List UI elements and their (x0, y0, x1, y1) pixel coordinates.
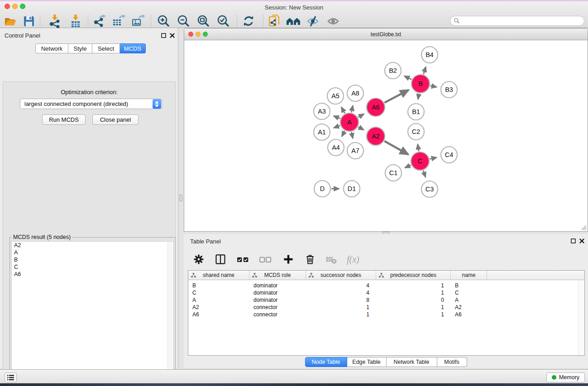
scrollbar-track[interactable] (167, 242, 173, 386)
graph-edge-A-A7[interactable] (351, 132, 353, 138)
tab-node-table[interactable]: Node Table (305, 357, 347, 367)
run-mcds-button[interactable]: Run MCDS (42, 114, 86, 125)
show-all-button[interactable] (325, 14, 341, 29)
tab-motifs[interactable]: Motifs (437, 357, 467, 367)
open-session-button[interactable] (3, 14, 18, 29)
task-history-button[interactable] (5, 372, 17, 382)
close-panel-icon[interactable] (170, 33, 175, 38)
graph-node-A4[interactable]: A4 (328, 139, 344, 156)
graph-node-A5[interactable]: A5 (327, 88, 344, 104)
graph-edge-B-B4[interactable] (424, 67, 426, 74)
graph-node-B[interactable]: B (411, 75, 430, 93)
graph-edge-C-C3[interactable] (423, 171, 425, 177)
graph-edge-A-A1[interactable] (334, 125, 340, 128)
select-all-icon[interactable] (236, 253, 250, 265)
graph-node-A3[interactable]: A3 (314, 103, 330, 119)
table-row[interactable]: A dominator 8 0 A (188, 296, 584, 304)
column-header-predecessor-nodes[interactable]: predecessor nodes (376, 271, 451, 280)
graph-node-B3[interactable]: B3 (441, 81, 457, 98)
graph-edge-A-A4[interactable] (342, 131, 344, 136)
network-graph[interactable]: B4B2BB3A8A5A6B1A3AA1C2A2A4A7C4CC1C3DD1 (184, 40, 588, 231)
graph-node-A[interactable]: A (340, 113, 359, 131)
column-header-name[interactable]: name (451, 271, 487, 280)
table-row[interactable]: A6 connector 1 1 A6 (188, 311, 584, 318)
list-item[interactable]: A6 (12, 271, 173, 278)
zoom-out-button[interactable] (176, 14, 191, 29)
memory-button[interactable]: Memory (546, 372, 585, 382)
optimization-criterion-select[interactable]: largest connected component (directed) (20, 99, 162, 109)
graph-edge-A6-B[interactable] (384, 90, 408, 103)
export-network-button[interactable] (91, 14, 107, 29)
graph-node-A1[interactable]: A1 (314, 124, 330, 140)
float-panel-icon[interactable] (571, 238, 576, 243)
tab-style[interactable]: Style (68, 43, 92, 53)
close-panel-icon[interactable] (579, 238, 584, 243)
graph-edge-A2-C[interactable] (384, 141, 408, 155)
column-selector-icon[interactable] (215, 253, 226, 265)
graph-edge-C-C4[interactable] (430, 157, 436, 159)
graph-node-D1[interactable]: D1 (344, 181, 360, 197)
table-row[interactable]: A2 connector 1 1 A2 (188, 304, 584, 311)
hide-selected-button[interactable] (305, 14, 320, 29)
scrollbar-track[interactable] (578, 280, 584, 355)
tab-network[interactable]: Network (35, 43, 68, 53)
tab-edge-table[interactable]: Edge Table (347, 357, 387, 367)
graph-node-C4[interactable]: C4 (441, 147, 457, 163)
tab-mcds[interactable]: MCDS (120, 43, 146, 53)
float-panel-icon[interactable] (161, 33, 166, 38)
column-header-shared-name[interactable]: shared name (188, 271, 249, 280)
search-input[interactable] (450, 16, 584, 26)
graph-edge-A-A8[interactable] (351, 105, 353, 112)
export-image-button[interactable] (130, 14, 145, 29)
table-row[interactable]: C dominator 4 1 C (188, 289, 584, 296)
network-window-titlebar[interactable]: testGlobe.txt (184, 29, 588, 40)
graph-edge-C-C2[interactable] (418, 144, 419, 151)
delete-table-icon[interactable] (325, 253, 338, 265)
zoom-selected-button[interactable] (215, 14, 231, 29)
graph-node-B2[interactable]: B2 (385, 62, 401, 79)
list-item[interactable]: A (12, 249, 173, 256)
column-header-mcds-role[interactable]: MCDS role (249, 271, 306, 280)
graph-node-D[interactable]: D (314, 181, 330, 197)
graph-edge-B-B2[interactable] (404, 76, 411, 80)
first-neighbors-button[interactable] (286, 14, 301, 29)
list-item[interactable]: C (12, 263, 173, 271)
function-builder-icon[interactable]: f(x) (347, 254, 359, 265)
import-network-button[interactable] (47, 14, 62, 29)
graph-node-A7[interactable]: A7 (347, 143, 363, 159)
graph-edge-A-A3[interactable] (334, 116, 340, 119)
tab-select[interactable]: Select (92, 43, 120, 53)
mcds-result-list[interactable]: A2 A B C A6 (11, 241, 174, 386)
refresh-button[interactable] (241, 14, 256, 29)
close-panel-button[interactable]: Close panel (92, 114, 139, 125)
graph-edge-B-B1[interactable] (418, 94, 419, 100)
graph-node-A6[interactable]: A6 (367, 98, 385, 116)
import-table-button[interactable] (68, 14, 83, 29)
graph-node-C2[interactable]: C2 (408, 124, 424, 140)
graph-edge-C-C1[interactable] (405, 165, 411, 168)
deselect-all-icon[interactable] (259, 253, 272, 265)
add-column-icon[interactable] (282, 253, 294, 265)
zoom-fit-button[interactable] (196, 14, 211, 29)
graph-node-A8[interactable]: A8 (347, 85, 363, 101)
table-settings-gear-icon[interactable] (193, 253, 205, 265)
tab-network-table[interactable]: Network Table (387, 357, 437, 367)
graph-node-B1[interactable]: B1 (408, 104, 424, 120)
graph-node-A2[interactable]: A2 (367, 127, 385, 145)
graph-node-C[interactable]: C (411, 152, 429, 170)
list-item[interactable]: B (12, 256, 173, 263)
graph-edge-A-A5[interactable] (341, 107, 344, 114)
split-pane-handle-vertical[interactable] (179, 195, 182, 201)
export-table-button[interactable] (110, 14, 126, 29)
graph-node-B4[interactable]: B4 (421, 47, 438, 63)
new-network-from-selection-button[interactable] (267, 14, 282, 29)
delete-column-trash-icon[interactable] (304, 253, 316, 265)
zoom-in-button[interactable] (156, 14, 171, 29)
window-resize-grip[interactable] (581, 224, 587, 230)
graph-node-C1[interactable]: C1 (385, 165, 402, 181)
save-session-button[interactable] (21, 14, 37, 29)
graph-edge-B-B3[interactable] (430, 86, 437, 87)
graph-node-C3[interactable]: C3 (421, 181, 438, 197)
list-item[interactable]: A2 (12, 242, 173, 249)
column-header-successor-nodes[interactable]: successor nodes (306, 271, 376, 280)
